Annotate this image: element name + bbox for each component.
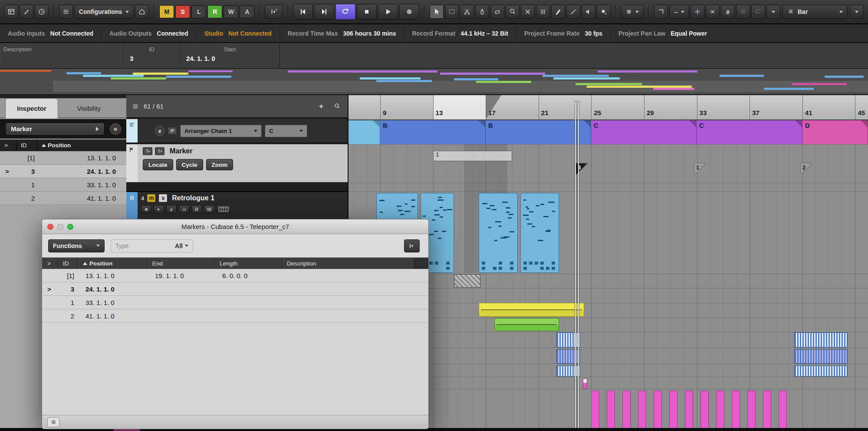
info-field[interactable]: Description xyxy=(0,43,124,68)
go-previous-marker-button[interactable] xyxy=(293,4,313,20)
clip-pink-bars[interactable] xyxy=(716,391,724,431)
project-cursor-line[interactable] xyxy=(578,101,579,431)
scrub-tool[interactable] xyxy=(582,5,595,19)
close-button[interactable] xyxy=(47,224,53,230)
clip-stripes[interactable] xyxy=(556,332,580,348)
automation-toggle-button[interactable]: R xyxy=(207,5,222,18)
timewarp-tool[interactable] xyxy=(536,5,550,19)
clip-pink-bars[interactable] xyxy=(622,391,631,431)
grid-type-dropdown[interactable]: Bar xyxy=(783,5,848,19)
keyboard-icon[interactable] xyxy=(217,205,230,213)
project-overview[interactable] xyxy=(0,69,868,95)
tab-inspector[interactable]: Inspector xyxy=(5,98,58,118)
column-arrow[interactable]: > xyxy=(42,258,58,269)
column-id[interactable]: ID xyxy=(58,258,78,269)
snap-grid-button[interactable]: # xyxy=(721,5,735,19)
draw-tool[interactable] xyxy=(551,5,565,19)
split-tool[interactable] xyxy=(460,5,474,19)
clip-pink-bars[interactable] xyxy=(732,391,740,431)
clip-green[interactable] xyxy=(494,318,559,331)
range-selection-tool[interactable] xyxy=(445,5,459,19)
nudge-value-dropdown[interactable]: – xyxy=(669,5,689,19)
record-button[interactable] xyxy=(399,4,419,20)
clip-stripes[interactable] xyxy=(794,332,848,348)
zoom-button[interactable] xyxy=(67,224,73,230)
read-automation-button[interactable]: R xyxy=(191,205,202,213)
minimize-button[interactable] xyxy=(57,224,63,230)
go-next-marker-button[interactable] xyxy=(314,4,334,20)
marker-action-button[interactable]: Cycle xyxy=(176,159,203,170)
marker-list-item[interactable]: 1 33. 1. 1. 0 xyxy=(0,178,126,192)
clip-stripes[interactable] xyxy=(556,365,580,377)
color-tool[interactable] xyxy=(597,5,611,19)
nudge-corner-button[interactable] xyxy=(654,5,668,19)
edit-instrument-button[interactable]: e xyxy=(166,205,177,213)
quantize-dropdown-button[interactable] xyxy=(766,5,780,19)
workspace-home-button[interactable] xyxy=(135,5,149,19)
clip-pink-bars[interactable] xyxy=(763,391,771,431)
tab-visibility[interactable]: Visibility xyxy=(65,98,113,118)
clip-pink-bars[interactable] xyxy=(654,391,662,431)
clip-pink-bars[interactable] xyxy=(685,391,693,431)
monitor-button[interactable] xyxy=(154,205,164,213)
marker-list-item[interactable]: > 3 24. 1. 1. 0 xyxy=(0,165,126,178)
automation-toggle-button[interactable]: L xyxy=(191,5,206,18)
grid-type-disabled-button[interactable] xyxy=(736,5,750,19)
clip-stripes2[interactable] xyxy=(556,349,580,364)
marker-row[interactable]: 2 41. 1. 1. 0 xyxy=(42,309,428,323)
record-enable-button[interactable] xyxy=(141,205,151,213)
markers-window-titlebar[interactable]: Markers - Cubase 6.5 - Teleporter_c7 xyxy=(42,219,428,234)
functions-dropdown[interactable]: Functions xyxy=(48,239,105,252)
info-field[interactable]: Start 24. 1. 1. 0 xyxy=(180,43,280,68)
add-marker-button[interactable] xyxy=(143,147,152,155)
automation-toggle-button[interactable]: S xyxy=(175,5,190,18)
mute-button[interactable]: m xyxy=(147,194,156,202)
marker-flag[interactable]: 2 xyxy=(801,163,812,175)
automation-toggle-button[interactable]: W xyxy=(224,5,238,18)
arranger-mode-icon[interactable] xyxy=(168,127,177,135)
marker-section-button[interactable]: Marker xyxy=(5,123,105,136)
clip-pink-bars[interactable] xyxy=(747,391,756,431)
marker-list-item[interactable]: [1] 13. 1. 1. 0 xyxy=(0,151,126,165)
overview-visible-range[interactable] xyxy=(53,81,868,92)
mute-tool[interactable] xyxy=(521,5,535,19)
marker-track[interactable]: Marker Locate Cycle Zoom xyxy=(126,144,348,182)
clip-pink-bars[interactable] xyxy=(779,391,787,431)
cycle-button[interactable] xyxy=(335,4,355,20)
cycle-marker-event[interactable]: 1 xyxy=(433,151,512,161)
marker-row[interactable]: 1 33. 1. 1. 0 xyxy=(42,296,428,309)
setup-list-icon[interactable] xyxy=(59,5,73,19)
marker-row[interactable]: > 3 24. 1. 1. 0 xyxy=(42,282,428,296)
autoscroll-button[interactable] xyxy=(265,5,283,19)
line-tool[interactable] xyxy=(566,5,580,19)
stop-button[interactable] xyxy=(357,4,377,20)
configurations-dropdown[interactable]: Configurations xyxy=(74,5,134,19)
add-track-button[interactable]: + xyxy=(316,101,327,112)
color-menu-dropdown[interactable] xyxy=(621,5,644,19)
automation-toggle-button[interactable]: A xyxy=(240,5,254,18)
marker-flag[interactable]: 3 xyxy=(576,163,587,175)
arranger-item-dropdown[interactable]: C xyxy=(265,125,307,137)
clip-stripes2[interactable] xyxy=(794,349,848,364)
edit-marker-button[interactable]: e xyxy=(110,123,121,135)
column-id[interactable]: ID xyxy=(16,139,37,151)
marker-action-button[interactable]: Locate xyxy=(143,159,173,170)
clip-midi[interactable] xyxy=(479,193,518,273)
marker-row[interactable]: [1] 13. 1. 1. 0 19. 1. 1. 0 6. 0. 0. 0 xyxy=(42,269,428,282)
add-cycle-marker-button[interactable] xyxy=(155,147,164,155)
clip-pink-bars[interactable] xyxy=(638,391,646,431)
instrument-track[interactable]: 4 m s Retrologue 1 e xyxy=(126,191,348,219)
clip-pink-bars[interactable] xyxy=(591,391,599,431)
marker-row-position[interactable]: 33. 1. 1. 0 xyxy=(78,299,147,306)
clip-yellow[interactable] xyxy=(479,303,584,317)
clip-midi[interactable] xyxy=(520,193,559,273)
project-cursor[interactable] xyxy=(575,101,576,431)
clip-pink-bars[interactable] xyxy=(700,391,709,431)
clip-pink-bars[interactable] xyxy=(669,391,677,431)
marker-list-item[interactable]: 2 41. 1. 1. 0 xyxy=(0,192,126,205)
play-button[interactable] xyxy=(378,4,398,20)
erase-tool[interactable] xyxy=(490,5,504,19)
column-arrow[interactable]: > xyxy=(0,139,16,151)
automation-toggle-button[interactable]: M xyxy=(159,5,174,18)
column-position[interactable]: Position xyxy=(37,139,126,151)
